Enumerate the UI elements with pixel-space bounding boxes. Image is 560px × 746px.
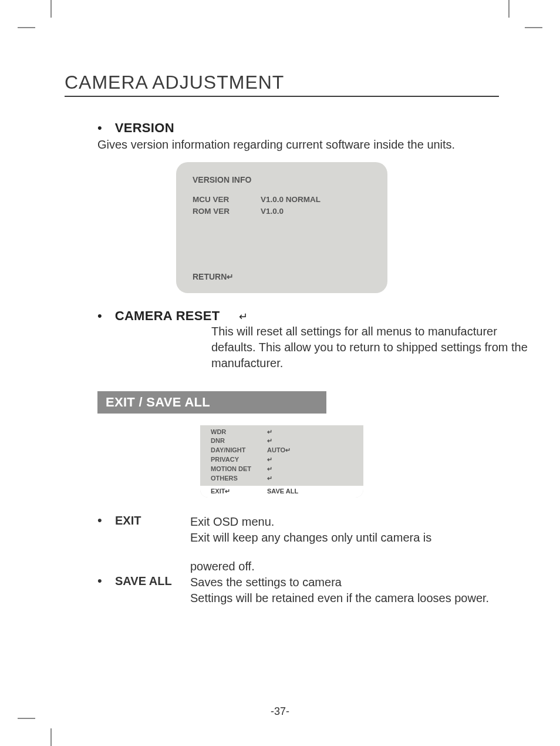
page-title: CAMERA ADJUSTMENT	[65, 72, 499, 93]
osd-mcu-value: V1.0.0 NORMAL	[261, 194, 321, 206]
save-all-desc-line1: Saves the settings to camera	[190, 576, 342, 589]
menu-item-value: ↵	[267, 436, 272, 446]
menu-row: WDR↵	[211, 428, 353, 437]
menu-row: DAY/NIGHTAUTO↵	[211, 446, 353, 455]
menu-item-value: ↵	[267, 428, 272, 437]
menu-row: OTHERS↵	[211, 474, 353, 483]
menu-item-value: AUTO↵	[267, 446, 291, 455]
osd-rom-label: ROM VER	[193, 206, 243, 217]
menu-exit: EXIT↵	[211, 487, 267, 496]
exit-definition-cont: • X powered off.	[97, 559, 499, 574]
version-subtitle: Gives version information regarding curr…	[97, 138, 499, 152]
menu-item-label: WDR	[211, 428, 267, 437]
exit-save-section-bar: EXIT / SAVE ALL	[97, 391, 326, 414]
menu-row: MOTION DET↵	[211, 465, 353, 474]
menu-item-label: MOTION DET	[211, 465, 267, 474]
osd-row-mcu: MCU VER V1.0.0 NORMAL	[193, 194, 386, 206]
menu-row: DNR↵	[211, 436, 353, 446]
exit-desc-1: Exit OSD menu. Exit will keep any change…	[190, 514, 499, 546]
bullet-icon: •	[97, 310, 102, 322]
bullet-icon: •	[97, 514, 115, 546]
exit-term: EXIT	[115, 514, 190, 546]
menu-item-label: DNR	[211, 436, 267, 446]
page-number: -37-	[0, 705, 560, 718]
menu-row: PRIVACY↵	[211, 455, 353, 465]
menu-item-value: ↵	[267, 465, 272, 474]
version-label: VERSION	[115, 120, 174, 136]
enter-icon: ↵	[239, 310, 248, 323]
exit-desc-line1: Exit OSD menu.	[190, 515, 274, 528]
osd-title: VERSION INFO	[193, 175, 386, 184]
menu-item-value: ↵	[267, 474, 272, 483]
menu-item-value: ↵	[267, 455, 272, 465]
crop-mark-tl	[39, 21, 55, 43]
camera-reset-label: CAMERA RESET	[115, 308, 220, 324]
menu-item-label: DAY/NIGHT	[211, 446, 267, 455]
osd-rom-value: V1.0.0	[261, 206, 284, 217]
save-all-term: SAVE ALL	[115, 574, 190, 606]
menu-footer-row: EXIT↵SAVE ALL	[200, 486, 363, 498]
version-osd-panel: VERSION INFO MCU VER V1.0.0 NORMAL ROM V…	[176, 162, 387, 293]
version-heading-row: • VERSION	[97, 120, 499, 136]
menu-snippet: WDR↵ DNR↵ DAY/NIGHTAUTO↵ PRIVACY↵ MOTION…	[200, 425, 363, 498]
camera-reset-heading-row: • CAMERA RESET ↵	[97, 308, 499, 324]
crop-mark-tr	[505, 21, 521, 43]
osd-return: RETURN↵	[193, 272, 386, 281]
exit-desc-line3: powered off.	[190, 559, 499, 574]
title-underline	[65, 96, 499, 97]
menu-item-label: PRIVACY	[211, 455, 267, 465]
page-content: CAMERA ADJUSTMENT • VERSION Gives versio…	[65, 72, 499, 606]
bullet-icon: •	[97, 122, 102, 135]
camera-reset-description: This will reset all settings for all men…	[211, 324, 531, 371]
bullet-icon: •	[97, 574, 115, 606]
menu-save-all: SAVE ALL	[267, 487, 298, 496]
osd-mcu-label: MCU VER	[193, 194, 243, 206]
exit-definition-row: • EXIT Exit OSD menu. Exit will keep any…	[97, 514, 499, 546]
exit-desc-line2: Exit will keep any changes only until ca…	[190, 531, 431, 544]
menu-item-label: OTHERS	[211, 474, 267, 483]
osd-row-rom: ROM VER V1.0.0	[193, 206, 386, 217]
save-all-desc-line2: Settings will be retained even if the ca…	[190, 592, 489, 604]
save-all-desc: Saves the settings to camera Settings wi…	[190, 574, 499, 606]
save-all-definition-row: • SAVE ALL Saves the settings to camera …	[97, 574, 499, 606]
